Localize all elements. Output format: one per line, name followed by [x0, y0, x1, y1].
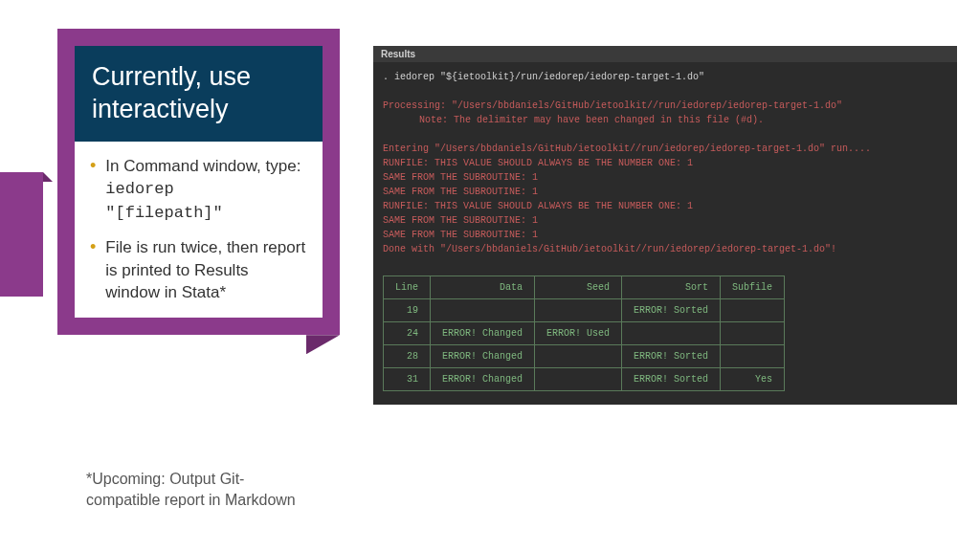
cell: ERROR! Changed [431, 345, 535, 368]
footnote: *Upcoming: Output Git-compatible report … [86, 469, 316, 512]
terminal-line: RUNFILE: THIS VALUE SHOULD ALWAYS BE THE… [383, 156, 947, 170]
cell: 24 [384, 322, 431, 345]
cell: ERROR! Sorted [622, 368, 721, 391]
table-row: 19 ERROR! Sorted [384, 299, 785, 322]
bullet-item: • File is run twice, then report is prin… [90, 236, 307, 304]
terminal-body: . iedorep "${ietoolkit}/run/iedorep/iedo… [373, 62, 957, 264]
cell: 28 [384, 345, 431, 368]
bullet-intro: In Command window, type: [105, 157, 301, 175]
cell [721, 345, 785, 368]
terminal-line: SAME FROM THE SUBROUTINE: 1 [383, 213, 947, 228]
col-header: Data [431, 276, 535, 299]
table-header-row: Line Data Seed Sort Subfile [384, 276, 785, 299]
col-header: Line [384, 276, 431, 299]
bullet-dot-icon: • [90, 155, 96, 225]
cell [721, 299, 785, 322]
purple-frame: Currently, use interactively • In Comman… [57, 29, 340, 335]
cell [535, 345, 622, 368]
terminal-line: Entering "/Users/bbdaniels/GitHub/ietool… [383, 142, 947, 156]
terminal-line: SAME FROM THE SUBROUTINE: 1 [383, 170, 947, 185]
code-arg: "[filepath]" [105, 204, 222, 222]
cell: ERROR! Changed [431, 368, 535, 391]
cell: 19 [384, 299, 431, 322]
bullet-item: • In Command window, type: iedorep "[fil… [90, 155, 307, 225]
cell: ERROR! Used [535, 322, 622, 345]
table-row: 28 ERROR! Changed ERROR! Sorted [384, 345, 785, 368]
results-terminal: Results . iedorep "${ietoolkit}/run/iedo… [373, 46, 957, 405]
terminal-line: Processing: "/Users/bbdaniels/GitHub/iet… [383, 99, 947, 113]
result-table: Line Data Seed Sort Subfile 19 ERROR! So… [383, 276, 785, 391]
terminal-line: Note: The delimiter may have been change… [383, 113, 947, 127]
cell: 31 [384, 368, 431, 391]
cell: Yes [721, 368, 785, 391]
decorative-ribbon [0, 172, 43, 297]
cell [622, 322, 721, 345]
table-row: 24 ERROR! Changed ERROR! Used [384, 322, 785, 345]
code-command: iedorep [105, 180, 173, 198]
cell [431, 299, 535, 322]
slide-title: Currently, use interactively [75, 46, 323, 142]
terminal-line: SAME FROM THE SUBROUTINE: 1 [383, 185, 947, 199]
cell: ERROR! Changed [431, 322, 535, 345]
cell: ERROR! Sorted [622, 345, 721, 368]
terminal-line: Done with "/Users/bbdaniels/GitHub/ietoo… [383, 242, 947, 256]
slide-content: • In Command window, type: iedorep "[fil… [75, 142, 323, 319]
bullet-text: File is run twice, then report is printe… [105, 236, 307, 304]
col-header: Seed [535, 276, 622, 299]
table-row: 31 ERROR! Changed ERROR! Sorted Yes [384, 368, 785, 391]
terminal-line: . iedorep "${ietoolkit}/run/iedorep/iedo… [383, 70, 947, 84]
cell [535, 299, 622, 322]
bullet-text: In Command window, type: iedorep "[filep… [105, 155, 307, 225]
col-header: Sort [622, 276, 721, 299]
terminal-line: SAME FROM THE SUBROUTINE: 1 [383, 228, 947, 242]
terminal-header: Results [373, 46, 957, 62]
terminal-line: RUNFILE: THIS VALUE SHOULD ALWAYS BE THE… [383, 199, 947, 213]
col-header: Subfile [721, 276, 785, 299]
bullet-dot-icon: • [90, 236, 96, 304]
cell [535, 368, 622, 391]
slide-left-panel: Currently, use interactively • In Comman… [57, 29, 340, 335]
cell: ERROR! Sorted [622, 299, 721, 322]
cell [721, 322, 785, 345]
